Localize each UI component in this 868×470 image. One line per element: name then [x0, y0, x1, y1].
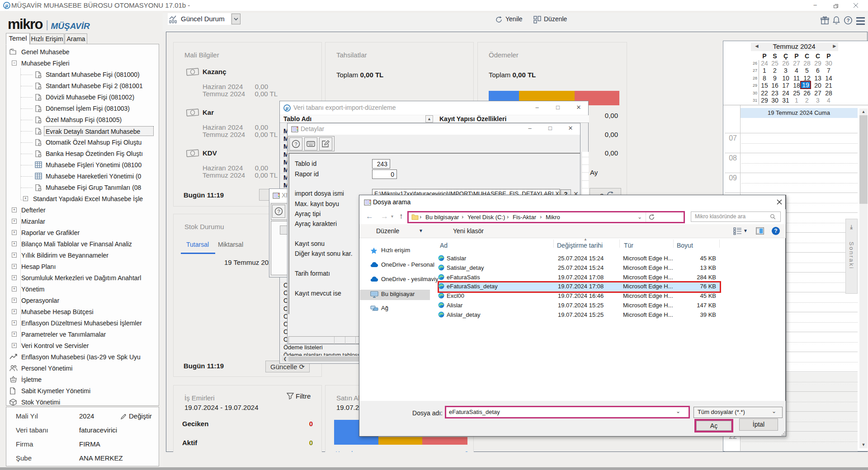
svg-text:?: ?	[277, 209, 280, 214]
svg-text:?: ?	[847, 18, 850, 23]
svg-text:µ: µ	[5, 3, 9, 8]
svg-text:µ: µ	[285, 105, 289, 111]
svg-text:?: ?	[294, 141, 297, 147]
